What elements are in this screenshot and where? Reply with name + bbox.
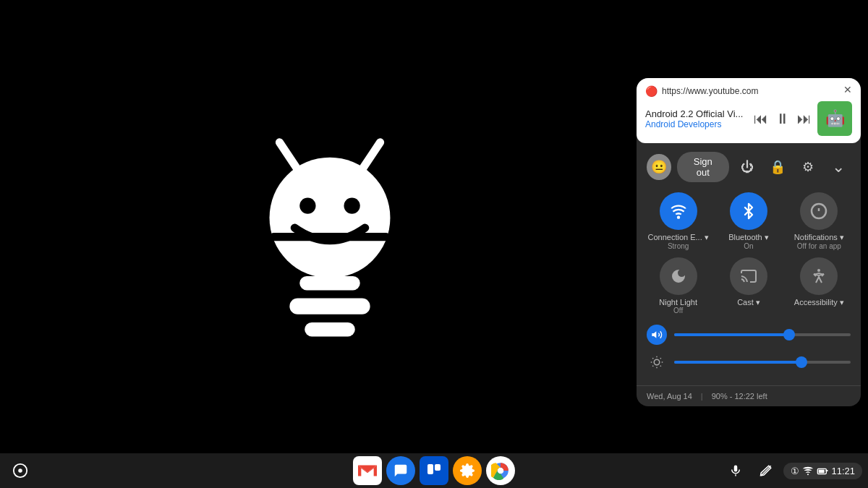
launcher-button[interactable] (6, 456, 35, 485)
svg-point-2 (270, 157, 391, 278)
media-controls: ⏮ ⏸ ⏭ (754, 111, 812, 127)
connection-toggle[interactable]: Connection E... ▾ Strong (647, 192, 710, 250)
volume-thumb[interactable] (783, 329, 795, 341)
cast-icon (730, 257, 767, 295)
svg-rect-8 (305, 322, 355, 335)
youtube-favicon: 🔴 (645, 85, 658, 97)
media-text-block: Android 2.2 Official Vi... Android Devel… (645, 108, 754, 129)
svg-point-4 (344, 197, 359, 213)
taskbar-left (6, 456, 35, 485)
svg-point-35 (498, 468, 503, 474)
user-row: 😐 Sign out ⏻ 🔒 ⚙ ⌄ (647, 152, 851, 182)
media-url-bar: 🔴 https://www.youtube.com (645, 85, 852, 97)
svg-marker-17 (652, 331, 656, 338)
svg-point-14 (817, 269, 820, 272)
connection-sublabel: Strong (668, 242, 689, 250)
accessibility-label: Accessibility ▾ (794, 298, 844, 307)
media-thumbnail: 🤖 (817, 101, 852, 136)
volume-icon (647, 325, 667, 345)
taskbar-center (353, 456, 515, 485)
user-avatar: 😐 (647, 154, 671, 180)
brightness-track[interactable] (674, 361, 851, 364)
media-artist: Android Developers (645, 119, 754, 129)
trello-icon[interactable] (420, 456, 448, 485)
clock: 11:21 (831, 466, 855, 476)
night-light-toggle[interactable]: Night Light Off (647, 257, 710, 314)
microphone-button[interactable] (723, 458, 749, 484)
svg-point-18 (654, 359, 660, 365)
volume-track[interactable] (674, 333, 851, 336)
connection-icon (660, 192, 697, 230)
svg-rect-6 (299, 275, 359, 289)
night-light-label: Night Light (659, 298, 697, 307)
bluetooth-label: Bluetooth ▾ (728, 233, 769, 242)
media-title: Android 2.2 Official Vi... (645, 108, 754, 119)
play-pause-button[interactable]: ⏸ (775, 111, 790, 127)
accessibility-toggle[interactable]: Accessibility ▾ (788, 257, 851, 314)
rewind-button[interactable]: ⏮ (754, 111, 768, 127)
qs-status-bar: Wed, Aug 14 | 90% - 12:22 left (637, 385, 861, 406)
android-mascot (229, 127, 431, 361)
brightness-fill (674, 361, 801, 364)
svg-point-39 (807, 474, 809, 475)
settings-button[interactable]: ⚙ (796, 155, 820, 179)
svg-rect-7 (289, 298, 370, 314)
svg-point-28 (18, 468, 22, 473)
svg-rect-30 (427, 464, 433, 474)
quick-settings-panel: 🔴 https://www.youtube.com ✕ Android 2.2 … (637, 78, 861, 406)
night-light-icon (660, 257, 697, 295)
sign-out-button[interactable]: Sign out (677, 152, 729, 182)
svg-line-26 (660, 358, 661, 359)
brightness-thumb[interactable] (796, 356, 807, 368)
volume-slider-row (647, 325, 851, 345)
settings-alt-icon[interactable] (453, 456, 482, 485)
stylus-button[interactable] (753, 458, 779, 484)
gmail-icon[interactable] (353, 456, 382, 485)
status-separator: | (701, 392, 703, 401)
status-date: Wed, Aug 14 (647, 392, 692, 401)
user-row-icons: ⏻ 🔒 ⚙ ⌄ (735, 155, 851, 179)
svg-line-22 (660, 366, 661, 367)
svg-point-9 (676, 216, 679, 219)
notifications-label: Notifications ▾ (794, 233, 844, 242)
expand-button[interactable]: ⌄ (826, 155, 851, 179)
volume-fill (674, 333, 789, 336)
notifications-toggle[interactable]: Notifications ▾ Off for an app (788, 192, 851, 250)
accessibility-icon (800, 257, 838, 295)
svg-line-25 (652, 366, 653, 367)
desktop: 🔴 https://www.youtube.com ✕ Android 2.2 … (0, 0, 868, 488)
system-tray[interactable]: ① 11:21 (783, 463, 862, 479)
media-close-button[interactable]: ✕ (841, 82, 855, 97)
network-indicator: ① (791, 466, 799, 476)
media-url-text: https://www.youtube.com (662, 86, 758, 96)
lock-button[interactable]: 🔒 (765, 155, 790, 179)
bluetooth-icon (730, 192, 767, 230)
taskbar-right: ① 11:21 (723, 458, 862, 484)
night-light-sublabel: Off (673, 307, 683, 314)
bluetooth-toggle[interactable]: Bluetooth ▾ On (717, 192, 780, 250)
svg-line-21 (652, 358, 653, 359)
notifications-icon (800, 192, 838, 230)
svg-rect-41 (819, 470, 825, 474)
cast-label: Cast ▾ (737, 298, 760, 307)
svg-rect-5 (270, 233, 391, 241)
bluetooth-sublabel: On (744, 242, 753, 250)
svg-rect-31 (435, 464, 441, 471)
media-info-row: Android 2.2 Official Vi... Android Devel… (645, 101, 852, 136)
brightness-slider-row (647, 352, 851, 372)
forward-button[interactable]: ⏭ (797, 111, 812, 127)
notifications-sublabel: Off for an app (797, 242, 841, 250)
chat-icon[interactable] (386, 456, 415, 485)
brightness-icon (647, 352, 667, 372)
qs-controls: 😐 Sign out ⏻ 🔒 ⚙ ⌄ (637, 143, 861, 385)
status-battery: 90% - 12:22 left (712, 392, 767, 401)
toggle-grid: Connection E... ▾ Strong Bluetooth ▾ On (647, 192, 851, 314)
connection-label: Connection E... ▾ (648, 233, 709, 242)
chrome-icon[interactable] (486, 456, 515, 485)
svg-point-3 (299, 197, 315, 213)
cast-toggle[interactable]: Cast ▾ (717, 257, 780, 314)
media-card: 🔴 https://www.youtube.com ✕ Android 2.2 … (637, 78, 861, 143)
taskbar: ① 11:21 (0, 453, 868, 488)
svg-rect-36 (734, 466, 738, 472)
power-button[interactable]: ⏻ (735, 155, 760, 179)
